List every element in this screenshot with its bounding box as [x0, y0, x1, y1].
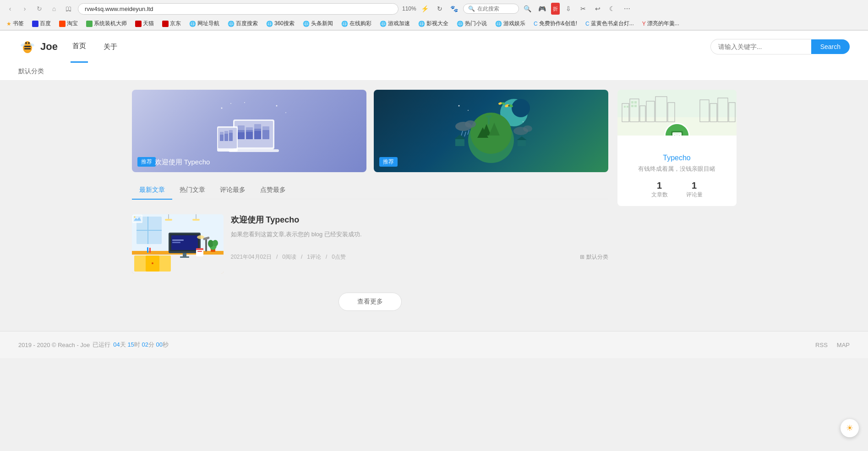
svg-line-61 [468, 130, 469, 135]
svg-point-8 [221, 108, 222, 109]
search-button[interactable]: Search [811, 39, 850, 54]
svg-rect-34 [229, 133, 233, 141]
browser-search-box[interactable]: 🔍 [463, 4, 519, 14]
night-icon[interactable]: ☾ [606, 3, 618, 15]
bookmark-baidu[interactable]: 百度 [30, 19, 53, 28]
category-label: 默认分类 [18, 67, 44, 75]
tab-hot[interactable]: 热门文章 [172, 181, 213, 200]
bookmark-360[interactable]: 🌐 360搜索 [264, 19, 296, 28]
svg-point-39 [523, 121, 524, 122]
tab-latest[interactable]: 最新文章 [132, 181, 172, 200]
more-icon[interactable]: ⋯ [621, 3, 633, 15]
bookmark-novel[interactable]: 🌐 热门小说 [455, 19, 489, 28]
toutiao-icon: 🌐 [303, 21, 310, 27]
featured-banner-1[interactable]: 推荐 欢迎使用 Typecho [132, 90, 366, 172]
table-row: 欢迎使用 Typecho 如果您看到这篇文章,表示您的 blog 已经安装成功.… [132, 207, 608, 282]
bookmark-toutiao[interactable]: 🌐 头条新闻 [301, 19, 335, 28]
bookmark-jd[interactable]: 京东 [160, 19, 183, 28]
article-list: 欢迎使用 Typecho 如果您看到这篇文章,表示您的 blog 已经安装成功.… [132, 207, 608, 282]
svg-marker-59 [517, 136, 527, 140]
comments-count: 1 [686, 180, 703, 191]
bookmark-label: 京东 [170, 20, 181, 27]
svg-point-53 [523, 125, 532, 132]
search-input[interactable] [710, 39, 811, 54]
tab-most-comments[interactable]: 评论最多 [213, 181, 253, 200]
svg-rect-23 [254, 131, 261, 139]
comments-label: 评论量 [686, 191, 703, 199]
search-glass-icon[interactable]: 🔍 [522, 3, 534, 15]
article-comments: 1评论 [307, 253, 321, 261]
tab-most-likes[interactable]: 点赞最多 [253, 181, 293, 200]
scissors-icon[interactable]: ✂ [577, 3, 589, 15]
article-category[interactable]: ⊞ 默认分类 [580, 253, 608, 261]
bookmark-year[interactable]: Y 漂亮的年羹... [640, 19, 681, 28]
main-content: 推荐 欢迎使用 Typecho [132, 90, 608, 322]
bsearch-icon: 🌐 [228, 21, 235, 27]
svg-rect-83 [183, 253, 186, 257]
svg-rect-85 [205, 239, 207, 251]
article-thumbnail[interactable] [132, 214, 224, 274]
svg-point-4 [25, 42, 27, 44]
bookmark-star[interactable]: ★ 书签 [5, 19, 26, 28]
load-more-button[interactable]: 查看更多 [338, 293, 402, 311]
bookmark-taobao[interactable]: 淘宝 [57, 19, 80, 28]
featured-banner-2[interactable]: 推荐 [374, 90, 608, 172]
author-desc: 有钱终成着属，没钱亲眼目睹 [625, 165, 729, 173]
reload-icon[interactable]: ↻ [434, 3, 446, 15]
url-bar[interactable]: rvw4sq.www.meideyun.ltd [78, 3, 399, 15]
svg-rect-72 [192, 219, 200, 221]
forward-button[interactable]: › [19, 3, 30, 14]
bookmark-tmall[interactable]: 天猫 [133, 19, 156, 28]
article-title[interactable]: 欢迎使用 Typecho [231, 214, 608, 225]
back-button[interactable]: ‹ [5, 3, 16, 14]
paw-icon[interactable]: 🐾 [448, 3, 460, 15]
home-button[interactable]: ⌂ [49, 3, 60, 14]
bookmark-lottery[interactable]: 🌐 在线购彩 [339, 19, 373, 28]
nav-home[interactable]: 首页 [71, 31, 88, 63]
bookmark-lamp[interactable]: C 蓝黄色书桌台灯... [584, 19, 636, 28]
nav-about[interactable]: 关于 [102, 31, 119, 63]
desk-illustration [132, 214, 224, 274]
banner1-title: 欢迎使用 Typecho [155, 158, 210, 167]
bookmark-label: 天猫 [143, 20, 154, 27]
svg-rect-114 [627, 106, 628, 108]
banner1-tag: 推荐 [137, 157, 156, 167]
seconds-unit: 秒 [163, 341, 169, 348]
gamepad-icon[interactable]: 🎮 [536, 3, 548, 15]
banner2-tag: 推荐 [379, 157, 398, 167]
minutes-unit: 分 [148, 341, 154, 348]
bookmark-collab[interactable]: C 免费协作&创造! [532, 19, 579, 28]
bee-logo-icon [18, 38, 37, 56]
bookmark-nav[interactable]: 🌐 网址导航 [187, 19, 221, 28]
bookmark-button[interactable]: 🕮 [63, 3, 74, 14]
footer-rss-link[interactable]: RSS [815, 342, 828, 348]
author-name[interactable]: Typecho [625, 154, 729, 162]
bookmark-label: 百度 [40, 20, 51, 27]
article-info: 欢迎使用 Typecho 如果您看到这篇文章,表示您的 blog 已经安装成功.… [231, 214, 608, 261]
logo-area: Joe 首页 关于 [18, 31, 119, 63]
download-icon[interactable]: ⇩ [562, 3, 574, 15]
bookmark-sys[interactable]: 系统装机大师 [84, 19, 129, 28]
history-icon[interactable]: ↩ [592, 3, 604, 15]
refresh-button[interactable]: ↻ [34, 3, 45, 14]
footer-map-link[interactable]: MAP [837, 342, 850, 348]
svg-rect-58 [518, 140, 526, 146]
bookmark-game-ent[interactable]: 🌐 游戏娱乐 [493, 19, 527, 28]
bookmark-video[interactable]: 🌐 影视大全 [416, 19, 450, 28]
avatar-svg [666, 124, 688, 136]
svg-rect-20 [246, 132, 253, 139]
footer-left: 2019 - 2020 © Reach - Joe 已运行 04天 15时 02… [18, 341, 169, 349]
category-bar: 默认分类 [0, 63, 868, 81]
author-banner [617, 90, 737, 136]
bookmark-baidusearch[interactable]: 🌐 百度搜索 [226, 19, 260, 28]
browser-search-input[interactable] [477, 5, 514, 12]
svg-rect-55 [486, 115, 491, 117]
footer-right: RSS MAP [815, 342, 850, 348]
page-wrapper: Joe 首页 关于 Search 默认分类 [0, 31, 868, 420]
svg-point-10 [276, 105, 277, 107]
discount-icon[interactable]: 折 [551, 3, 560, 15]
zoom-level: 110% [402, 5, 416, 12]
svg-point-5 [28, 42, 30, 44]
bookmark-game-accel[interactable]: 🌐 游戏加速 [378, 19, 412, 28]
lightning-icon[interactable]: ⚡ [419, 3, 431, 15]
